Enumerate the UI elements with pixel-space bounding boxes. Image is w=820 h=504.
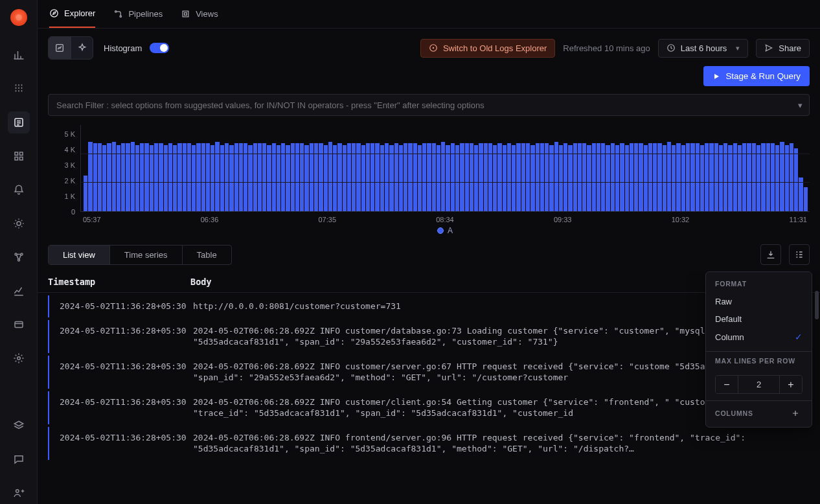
chart-bar[interactable]	[244, 143, 247, 211]
chart-bar[interactable]	[620, 143, 624, 211]
chart-bar[interactable]	[343, 145, 347, 212]
chart-bar[interactable]	[705, 143, 709, 211]
chart-bar[interactable]	[582, 143, 586, 211]
chart-bar[interactable]	[573, 143, 577, 211]
tab-pipelines[interactable]: Pipelines	[113, 0, 163, 28]
chart-bar[interactable]	[752, 143, 756, 211]
chart-bar[interactable]	[88, 142, 92, 212]
chart-bar[interactable]	[422, 143, 426, 211]
histogram-toggle[interactable]	[150, 43, 169, 53]
nav-usage-icon[interactable]	[8, 280, 30, 302]
chart-bar[interactable]	[164, 145, 168, 212]
log-row[interactable]: 2024-05-02T11:36:28+05:302024-05-02T06:0…	[48, 320, 810, 353]
chart-bar[interactable]	[503, 145, 507, 212]
chart-bar[interactable]	[432, 143, 436, 211]
chart-bar[interactable]	[126, 143, 130, 211]
chart-bar[interactable]	[427, 143, 431, 211]
chart-bar[interactable]	[738, 145, 742, 212]
chart-bar[interactable]	[780, 142, 784, 212]
chart-bar[interactable]	[437, 145, 440, 212]
chart-bar[interactable]	[98, 143, 102, 211]
chart-bar[interactable]	[150, 145, 154, 212]
chart-bar[interactable]	[144, 143, 148, 211]
chart-bar[interactable]	[630, 143, 633, 211]
chart-bar[interactable]	[314, 143, 318, 211]
chart-bar[interactable]	[484, 143, 488, 211]
chart-bar[interactable]	[597, 143, 600, 211]
stepper-decrement[interactable]: −	[716, 376, 738, 393]
filter-dropdown-icon[interactable]: ▾	[792, 100, 809, 110]
format-option-default[interactable]: Default	[706, 310, 812, 328]
chart-bar[interactable]	[206, 143, 210, 211]
chart-bar[interactable]	[799, 178, 803, 212]
log-row[interactable]: 2024-05-02T11:36:28+05:30http://0.0.0.0:…	[48, 295, 810, 317]
chart-bar[interactable]	[516, 143, 520, 211]
chart-bar[interactable]	[408, 143, 412, 211]
chart-bar[interactable]	[177, 143, 181, 211]
chart-bar[interactable]	[201, 143, 205, 211]
chart-bar[interactable]	[131, 142, 135, 212]
chart-bar[interactable]	[592, 143, 596, 211]
chart-bar[interactable]	[601, 143, 605, 211]
chart-bar[interactable]	[239, 143, 243, 211]
log-row[interactable]: 2024-05-02T11:36:28+05:302024-05-02T06:0…	[48, 427, 810, 460]
chart-bar[interactable]	[804, 187, 808, 212]
nav-logs-icon[interactable]	[8, 111, 30, 133]
query-mode-ai-icon[interactable]	[71, 37, 93, 59]
chart-bar[interactable]	[399, 145, 403, 212]
chart-bar[interactable]	[375, 143, 379, 211]
chart-bar[interactable]	[644, 145, 648, 212]
nav-services-icon[interactable]	[8, 246, 30, 268]
stepper-increment[interactable]: +	[780, 376, 802, 393]
format-options-button[interactable]	[789, 244, 810, 265]
chart-bar[interactable]	[295, 143, 299, 211]
chart-bar[interactable]	[211, 145, 214, 212]
chart-bar[interactable]	[140, 143, 144, 211]
chart-bar[interactable]	[686, 143, 690, 211]
chart-bar[interactable]	[540, 143, 544, 211]
format-option-raw[interactable]: Raw	[706, 293, 812, 310]
chart-bar[interactable]	[554, 142, 558, 212]
chart-bar[interactable]	[771, 143, 775, 211]
chart-bar[interactable]	[733, 143, 737, 211]
chart-bar[interactable]	[286, 145, 290, 212]
chart-bar[interactable]	[530, 145, 534, 212]
chart-bar[interactable]	[272, 143, 276, 211]
chart-bar[interactable]	[663, 145, 666, 212]
chart-bar[interactable]	[446, 145, 450, 212]
chart-bar[interactable]	[728, 145, 732, 212]
nav-metrics-icon[interactable]	[8, 44, 30, 66]
chart-bar[interactable]	[451, 143, 455, 211]
chart-bar[interactable]	[775, 145, 779, 212]
chart-bar[interactable]	[653, 143, 657, 211]
nav-chat-icon[interactable]	[8, 448, 30, 470]
chart-bar[interactable]	[455, 145, 459, 212]
add-column-button[interactable]	[788, 406, 803, 420]
chart-bar[interactable]	[526, 143, 530, 211]
chart-bar[interactable]	[512, 145, 516, 212]
chart-bar[interactable]	[107, 143, 111, 211]
chart-bar[interactable]	[300, 143, 304, 211]
chart-bar[interactable]	[681, 145, 685, 212]
chart-bar[interactable]	[723, 143, 727, 211]
chart-bar[interactable]	[470, 143, 473, 211]
chart-bar[interactable]	[441, 142, 445, 212]
log-row[interactable]: 2024-05-02T11:36:28+05:302024-05-02T06:0…	[48, 391, 810, 424]
chart-bar[interactable]	[225, 143, 229, 211]
nav-help-icon[interactable]	[8, 415, 30, 437]
chart-bar[interactable]	[159, 143, 163, 211]
chart-bar[interactable]	[183, 143, 187, 211]
chart-bar[interactable]	[84, 176, 87, 211]
chart-bar[interactable]	[215, 142, 219, 212]
chart-bar[interactable]	[709, 143, 713, 211]
chart-bar[interactable]	[277, 145, 280, 212]
chart-bar[interactable]	[672, 145, 676, 212]
chart-bar[interactable]	[310, 143, 313, 211]
chart-bar[interactable]	[559, 145, 563, 212]
chart-bar[interactable]	[521, 143, 525, 211]
chart-bar[interactable]	[196, 143, 200, 211]
chart-bar[interactable]	[291, 143, 295, 211]
chart-bar[interactable]	[154, 143, 158, 211]
chart-bar[interactable]	[192, 145, 196, 212]
chart-bar[interactable]	[648, 143, 652, 211]
